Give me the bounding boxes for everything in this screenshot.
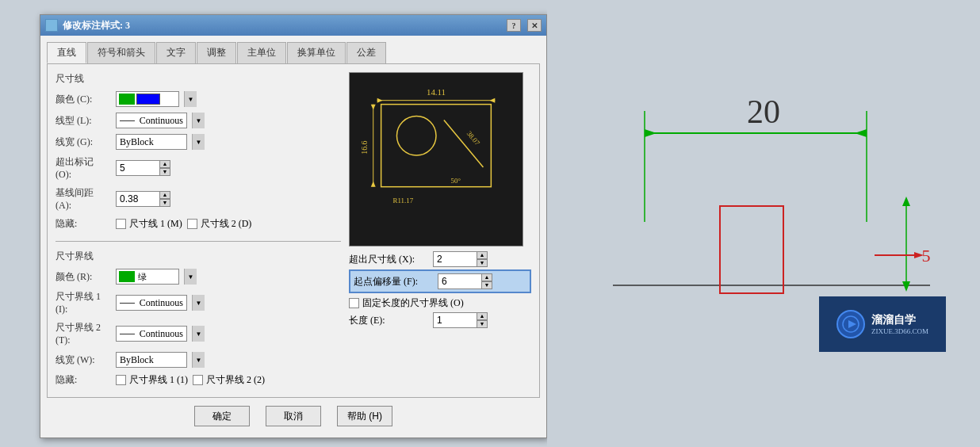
extline1-label: 尺寸界线 1 (I): [56, 290, 111, 315]
help-button[interactable]: ? [507, 19, 521, 32]
extline-linewidth-value: ByBlock [120, 354, 154, 366]
dimline-linewidth-row: 线宽 (G): ByBlock ▼ [56, 134, 341, 150]
tab-huansuan[interactable]: 换算单位 [287, 42, 346, 63]
dimline-color-swatch[interactable] [116, 91, 179, 107]
origin-offset-spin-up[interactable]: ▲ [481, 273, 492, 281]
dimline-linetype-value: Continuous [140, 115, 183, 127]
tab-zhixian[interactable]: 直线 [47, 42, 86, 63]
logo-play-icon [842, 315, 859, 333]
logo-icon [836, 310, 865, 338]
ok-button[interactable]: 确定 [194, 406, 250, 426]
fixed-length-checkbox[interactable] [349, 298, 359, 308]
extline2-label: 尺寸界线 2 (T): [56, 321, 111, 346]
extline-green-swatch [119, 271, 135, 282]
extline1-preview [120, 303, 135, 304]
section-divider [56, 241, 341, 242]
extline-color-value: 绿 [138, 271, 147, 283]
extend-beyond-row: 超出尺寸线 (X): ▲ ▼ [349, 251, 531, 267]
origin-offset-input[interactable] [438, 273, 481, 289]
extend-mark-label: 超出标记 (O): [56, 155, 111, 181]
extline1-arrow[interactable]: ▼ [192, 295, 205, 311]
help-dialog-button[interactable]: 帮助 (H) [337, 406, 392, 426]
extend-mark-spin-up[interactable]: ▲ [159, 160, 170, 168]
baseline-spin: ▲ ▼ [116, 191, 170, 207]
fixed-length-item: 固定长度的尺寸界线 (O) [349, 296, 464, 310]
extline2-row: 尺寸界线 2 (T): Continuous ▼ [56, 321, 341, 346]
logo-badge: 溜溜自学 ZIXUE.3D66.COM [819, 296, 946, 352]
svg-text:14.11: 14.11 [427, 87, 446, 97]
svg-rect-9 [396, 117, 436, 156]
hide-dim2-item: 尺寸线 2 (D) [187, 217, 252, 231]
length-input[interactable] [433, 312, 477, 328]
extend-mark-spinbtns: ▲ ▼ [159, 160, 170, 176]
length-spin-down[interactable]: ▼ [477, 320, 488, 328]
origin-offset-spin-down[interactable]: ▼ [481, 281, 492, 289]
length-spin: ▲ ▼ [433, 312, 488, 328]
cancel-button[interactable]: 取消 [266, 406, 321, 426]
right-form: 超出尺寸线 (X): ▲ ▼ 起点偏移量 (F): [349, 251, 531, 330]
extline-linewidth-label: 线宽 (W): [56, 353, 111, 367]
hide-dim2-checkbox[interactable] [187, 219, 197, 229]
dimline-linewidth-dropdown[interactable]: ByBlock [116, 134, 187, 150]
extend-mark-spin-down[interactable]: ▼ [159, 168, 170, 176]
dimline-linewidth-label: 线宽 (G): [56, 136, 111, 149]
extend-beyond-spin-down[interactable]: ▼ [477, 259, 488, 267]
extline2-dropdown[interactable]: Continuous [116, 326, 187, 342]
tab-bar: 直线 符号和箭头 文字 调整 主单位 换算单位 公差 [47, 42, 540, 63]
extline-linewidth-arrow[interactable]: ▼ [192, 352, 205, 368]
dimline-linewidth-arrow[interactable]: ▼ [192, 134, 205, 150]
green-swatch [119, 94, 135, 105]
baseline-label: 基线间距 (A): [56, 186, 111, 212]
extension-line-section-label: 尺寸界线 [56, 250, 341, 263]
baseline-spin-down[interactable]: ▼ [159, 199, 170, 207]
baseline-spin-up[interactable]: ▲ [159, 191, 170, 199]
tab-fuhao[interactable]: 符号和箭头 [87, 42, 155, 63]
cad-drawing-container: 20 5 [565, 79, 962, 368]
dimline-linetype-row: 线型 (L): Continuous ▼ [56, 113, 341, 128]
length-row: 长度 (E): ▲ ▼ [349, 312, 531, 328]
svg-marker-6 [371, 181, 376, 187]
extline-color-arrow[interactable]: ▼ [184, 269, 197, 285]
hide-ext2-checkbox[interactable] [193, 375, 203, 385]
hide-ext1-checkbox[interactable] [116, 375, 126, 385]
hide-dim1-checkbox[interactable] [116, 219, 126, 229]
extend-beyond-spin-up[interactable]: ▲ [477, 251, 488, 259]
svg-text:16.6: 16.6 [360, 140, 369, 154]
extline-hide-label: 隐藏: [56, 373, 111, 387]
svg-marker-3 [489, 98, 495, 103]
dialog-titlebar: 修改标注样式: 3 ? ✕ [40, 15, 546, 36]
dimline-color-row: 颜色 (C): ▼ [56, 91, 341, 107]
svg-text:38.07: 38.07 [465, 129, 482, 147]
baseline-spinbtns: ▲ ▼ [159, 191, 170, 207]
baseline-row: 基线间距 (A): ▲ ▼ [56, 186, 341, 212]
extline2-preview [120, 334, 135, 334]
extend-mark-input[interactable] [116, 160, 159, 176]
dimline-hide-row: 隐藏: 尺寸线 1 (M) 尺寸线 2 (D) [56, 217, 341, 231]
extline1-dropdown[interactable]: Continuous [116, 295, 187, 311]
origin-offset-label: 起点偏移量 (F): [354, 275, 433, 288]
selected-color-swatch [136, 94, 160, 105]
dimline-linetype-dropdown[interactable]: Continuous [116, 113, 187, 128]
fixed-length-label: 固定长度的尺寸界线 (O) [362, 296, 464, 310]
close-button[interactable]: ✕ [527, 19, 542, 32]
extend-beyond-label: 超出尺寸线 (X): [349, 253, 428, 266]
left-panel: 尺寸线 颜色 (C): ▼ 线型 (L): Continuous [56, 72, 341, 389]
length-spin-up[interactable]: ▲ [477, 312, 488, 320]
extline-color-swatch[interactable]: 绿 [116, 269, 179, 285]
origin-offset-highlighted-row: 起点偏移量 (F): ▲ ▼ [349, 269, 531, 293]
tab-wenzi[interactable]: 文字 [156, 42, 196, 63]
extend-beyond-spinbtns: ▲ ▼ [477, 251, 488, 267]
hide-ext2-label: 尺寸界线 2 (2) [206, 373, 265, 387]
baseline-input[interactable] [116, 191, 159, 207]
extline1-row: 尺寸界线 1 (I): Continuous ▼ [56, 290, 341, 315]
dimline-color-dropdown-arrow[interactable]: ▼ [184, 91, 197, 107]
tab-zhudan[interactable]: 主单位 [237, 42, 286, 63]
logo-main-text: 溜溜自学 [871, 313, 928, 327]
extline-linewidth-dropdown[interactable]: ByBlock [116, 352, 187, 368]
tab-tiaoshi[interactable]: 调整 [197, 42, 236, 63]
dimline-linetype-arrow[interactable]: ▼ [192, 113, 205, 128]
extend-beyond-input[interactable] [433, 251, 477, 267]
extline2-arrow[interactable]: ▼ [192, 326, 205, 342]
tab-gongcha[interactable]: 公差 [346, 42, 386, 63]
hide-ext2-item: 尺寸界线 2 (2) [193, 373, 265, 387]
